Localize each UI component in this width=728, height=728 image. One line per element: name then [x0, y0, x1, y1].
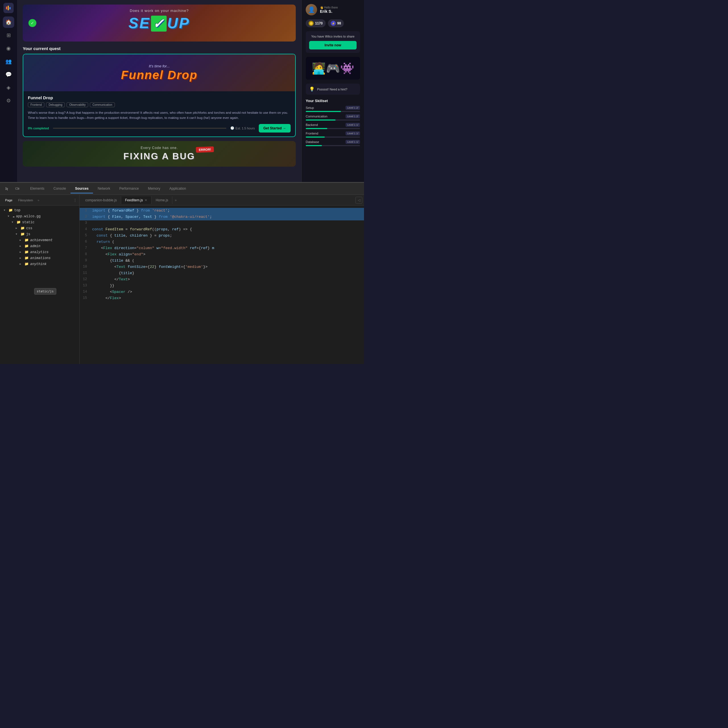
code-line-1: 1 import { forwardRef } from 'react'; [80, 208, 364, 214]
file-tree-tab-page[interactable]: Page [2, 197, 15, 203]
quest-progress-bar [53, 128, 226, 129]
code-tab-close-feeditem[interactable]: ✕ [144, 198, 147, 202]
xp-value: 98 [337, 21, 341, 25]
svg-rect-2 [9, 7, 11, 9]
skill-bar-frontend [306, 136, 360, 138]
skill-bar-database [306, 145, 360, 146]
sidebar-item-chat[interactable]: 💬 [3, 69, 14, 80]
code-tab-more[interactable]: » [172, 196, 179, 204]
get-started-button[interactable]: Get Started → [259, 124, 291, 133]
sidebar-item-circle[interactable]: ◉ [3, 43, 14, 54]
skill-name-database: Database [306, 140, 319, 144]
code-line-4: 4 const FeedItem = forwardRef((props, re… [80, 226, 364, 233]
devtools-panel: Elements Console Sources Network Perform… [0, 182, 364, 364]
app-logo[interactable] [3, 3, 14, 13]
tree-item-analytics[interactable]: ▶ 📁 analytics [0, 249, 80, 255]
invite-section: You have Wilco invites to share Invite n… [306, 31, 360, 53]
code-tab-home[interactable]: Home.js [151, 196, 172, 204]
tree-label-top: top [14, 208, 20, 213]
code-line-14: 14 <Spacer /> [80, 289, 364, 295]
folder-icon-analytics: 📁 [24, 250, 29, 254]
skillset-section: Your Skillset Setup Level 1 2/ Communica… [306, 99, 360, 146]
folder-icon-top: 📁 [9, 208, 13, 213]
hint-section[interactable]: 💡 Pssssst! Need a hint? [306, 84, 360, 95]
folder-icon-animations: 📁 [24, 256, 29, 260]
folder-icon-admin: 📁 [24, 244, 29, 248]
tree-arrow-analytics: ▶ [20, 251, 23, 254]
file-tree-panel: Page Filesystem » ⋮ ▼ 📁 top ▼ ☁ ap [0, 195, 80, 364]
quest-footer: 0% completed 🕐 Est. 1.5 hours Get Starte… [28, 124, 291, 133]
skill-fill-frontend [306, 136, 325, 138]
setup-banner: ✓ Does it work on your machine? SE✓UP [23, 5, 296, 41]
code-tab-feeditem[interactable]: FeedItem.js ✕ [121, 196, 152, 204]
tab-sources[interactable]: Sources [70, 184, 93, 193]
devtools-topbar: Elements Console Sources Network Perform… [0, 183, 364, 195]
bug-card[interactable]: Every Code has one. FIXING A BUG ERROR! [23, 141, 296, 167]
code-content[interactable]: 1 import { forwardRef } from 'react'; 2 … [80, 206, 364, 364]
quest-description: What's worse than a bug? A bug that happ… [28, 110, 291, 121]
tree-item-js[interactable]: ▼ 📁 js [0, 231, 80, 237]
tree-item-top[interactable]: ▼ 📁 top [0, 207, 80, 213]
code-tabs: companion-bubble.js FeedItem.js ✕ Home.j… [80, 195, 364, 206]
skill-bar-setup [306, 111, 360, 112]
skill-level-frontend: Level 1 1/ [346, 132, 360, 135]
quest-time: 🕐 Est. 1.5 hours [230, 126, 255, 130]
invite-button[interactable]: Invite now [309, 41, 356, 49]
username: Erik S. [320, 9, 360, 14]
file-tree-menu[interactable]: ⋮ [73, 198, 77, 202]
tree-arrow-animations: ▶ [20, 257, 23, 260]
tree-item-admin[interactable]: ▶ 📁 admin [0, 243, 80, 249]
file-tree-content: ▼ 📁 top ▼ ☁ app.wilco.gg ▼ 📁 static [0, 206, 80, 364]
banner-check-icon: ✓ [28, 19, 37, 27]
tag-communication: Communication [90, 102, 115, 107]
sidebar-item-discord[interactable]: ◈ [3, 82, 14, 93]
code-tab-companion[interactable]: companion-bubble.js [81, 196, 121, 204]
skill-name-backend: Backend [306, 123, 318, 127]
tree-label-static: static [22, 220, 34, 224]
tree-label-js: js [26, 232, 30, 236]
skill-fill-communication [306, 119, 336, 121]
tree-arrow-anythink: ▶ [20, 263, 23, 266]
tree-label-css: css [26, 226, 32, 230]
skill-level-database: Level 1 1/ [346, 140, 360, 144]
code-tab-label-home: Home.js [156, 198, 168, 202]
hint-text: Pssssst! Need a hint? [317, 87, 347, 91]
tab-console[interactable]: Console [49, 184, 70, 193]
folder-icon-js: 📁 [20, 232, 25, 236]
sidebar-item-home[interactable]: 🏠 [3, 17, 14, 28]
skill-backend: Backend Level 1 1/ [306, 123, 360, 129]
tree-item-wilco[interactable]: ▼ ☁ app.wilco.gg [0, 213, 80, 219]
tree-item-anythink[interactable]: ▶ 📁 anythink [0, 261, 80, 267]
tree-item-animations[interactable]: ▶ 📁 animations [0, 255, 80, 261]
tab-performance[interactable]: Performance [115, 184, 143, 193]
tree-label-wilco: app.wilco.gg [16, 214, 40, 219]
tab-memory[interactable]: Memory [143, 184, 165, 193]
code-line-10: 10 <Text fontSize={22} fontWeight={'medi… [80, 264, 364, 271]
tab-application[interactable]: Application [165, 184, 191, 193]
file-tree-tab-more[interactable]: » [36, 197, 41, 203]
code-nav-prev[interactable]: ◁ [355, 197, 362, 203]
tree-item-achievement[interactable]: ▶ 📁 achievement [0, 237, 80, 243]
svg-rect-3 [16, 188, 18, 190]
pixel-art: 🧑‍💻🎮👾 [306, 57, 360, 80]
device-icon[interactable] [14, 185, 21, 193]
skill-setup: Setup Level 1 2/ [306, 106, 360, 112]
code-line-8: 8 <Flex align="end"> [80, 252, 364, 258]
tree-arrow-top: ▼ [4, 209, 7, 212]
cursor-icon[interactable] [3, 185, 11, 193]
code-tab-nav: ◁ [355, 197, 362, 203]
code-line-9: 9 {title && ( [80, 258, 364, 264]
tree-item-static[interactable]: ▼ 📁 static [0, 219, 80, 225]
skill-name-communication: Communication [306, 115, 327, 118]
skill-level-backend: Level 1 1/ [346, 123, 360, 127]
sidebar-item-users[interactable]: 👥 [3, 56, 14, 67]
tree-item-css[interactable]: ▶ 📁 css [0, 225, 80, 231]
tab-network[interactable]: Network [93, 184, 115, 193]
devtools-tabs: Elements Console Sources Network Perform… [26, 184, 361, 193]
sidebar-item-settings[interactable]: ⚙ [3, 95, 14, 106]
tree-label-admin: admin [30, 244, 40, 248]
tab-elements[interactable]: Elements [26, 184, 49, 193]
code-line-7: 7 <Flex direction="column" w="feed.width… [80, 245, 364, 252]
sidebar-item-dashboard[interactable]: ⊞ [3, 29, 14, 41]
file-tree-tab-filesystem[interactable]: Filesystem [15, 197, 36, 203]
